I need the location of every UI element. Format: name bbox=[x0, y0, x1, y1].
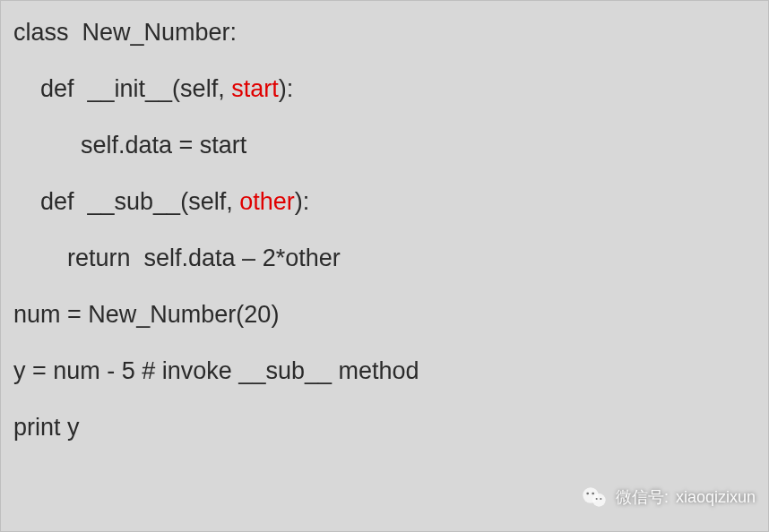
code-param: start bbox=[231, 75, 279, 102]
code-text: class New_Number: bbox=[13, 19, 237, 46]
code-line: print y bbox=[13, 416, 756, 440]
code-text: self.data = start bbox=[13, 132, 246, 159]
code-text: def __sub__(self, bbox=[13, 188, 239, 215]
code-line: def __sub__(self, other): bbox=[13, 190, 756, 214]
code-text: print y bbox=[13, 414, 80, 441]
code-text: ): bbox=[279, 75, 294, 102]
code-line: def __init__(self, start): bbox=[13, 77, 756, 101]
watermark-account: xiaoqizixun bbox=[676, 488, 756, 507]
code-line: class New_Number: bbox=[13, 21, 756, 45]
code-line: y = num - 5 # invoke __sub__ method bbox=[13, 359, 756, 383]
wechat-icon bbox=[580, 483, 609, 511]
svg-point-4 bbox=[596, 498, 598, 500]
code-text: return self.data – 2*other bbox=[13, 245, 341, 271]
code-text: num = New_Number(20) bbox=[13, 301, 279, 328]
svg-point-2 bbox=[586, 493, 589, 495]
code-line: return self.data – 2*other bbox=[13, 246, 756, 270]
svg-point-5 bbox=[600, 498, 601, 500]
code-line: num = New_Number(20) bbox=[13, 303, 756, 327]
svg-point-3 bbox=[592, 493, 594, 495]
code-text: ): bbox=[295, 188, 310, 215]
code-block: class New_Number: def __init__(self, sta… bbox=[1, 1, 768, 459]
code-text: y = num - 5 # invoke __sub__ method bbox=[13, 357, 419, 384]
watermark-label: 微信号: bbox=[616, 486, 669, 508]
code-text: def __init__(self, bbox=[13, 75, 231, 102]
code-param: other bbox=[239, 188, 295, 215]
svg-point-1 bbox=[592, 493, 606, 507]
watermark: 微信号: xiaoqizixun bbox=[580, 483, 756, 511]
code-line: self.data = start bbox=[13, 133, 756, 158]
